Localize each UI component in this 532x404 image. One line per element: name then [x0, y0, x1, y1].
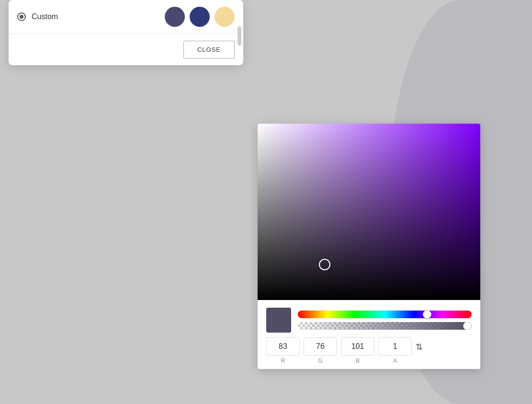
radio-button-inner — [20, 15, 23, 19]
alpha-slider-thumb[interactable] — [463, 322, 472, 330]
rgba-inputs: R G B A ⇅ — [266, 337, 472, 364]
color-swatch-dark-purple[interactable] — [165, 7, 185, 27]
dropdown-label: Custom — [32, 12, 159, 21]
color-circles — [165, 7, 235, 27]
r-input[interactable] — [266, 337, 300, 356]
b-label: B — [356, 358, 360, 364]
a-label: A — [393, 358, 397, 364]
color-gradient-canvas[interactable] — [258, 124, 480, 300]
sliders-column — [298, 311, 472, 330]
dropdown-panel: Custom CLOSE — [9, 0, 243, 65]
b-input[interactable] — [341, 337, 374, 356]
hue-slider[interactable] — [298, 311, 472, 318]
alpha-slider-fill — [298, 322, 472, 330]
controls-row — [266, 308, 472, 333]
dropdown-footer: CLOSE — [9, 34, 243, 65]
a-input[interactable] — [378, 337, 412, 356]
r-input-group: R — [266, 337, 300, 364]
g-label: G — [318, 358, 322, 364]
g-input-group: G — [304, 337, 337, 364]
swap-icon[interactable]: ⇅ — [416, 342, 423, 352]
a-input-group: A — [378, 337, 412, 364]
alpha-slider[interactable] — [298, 322, 472, 330]
hue-slider-thumb[interactable] — [423, 310, 431, 319]
color-picker-handle[interactable] — [319, 259, 330, 270]
color-preview-swatch — [266, 308, 291, 333]
scroll-indicator — [238, 26, 241, 46]
radio-button[interactable] — [17, 12, 26, 21]
color-swatch-dark-blue[interactable] — [190, 7, 210, 27]
r-label: R — [281, 358, 285, 364]
color-controls: R G B A ⇅ — [258, 300, 480, 369]
dropdown-row: Custom — [9, 0, 243, 34]
color-swatch-peach[interactable] — [215, 7, 235, 27]
b-input-group: B — [341, 337, 374, 364]
close-button[interactable]: CLOSE — [183, 41, 235, 58]
g-input[interactable] — [304, 337, 337, 356]
color-picker-panel: R G B A ⇅ — [258, 124, 480, 369]
